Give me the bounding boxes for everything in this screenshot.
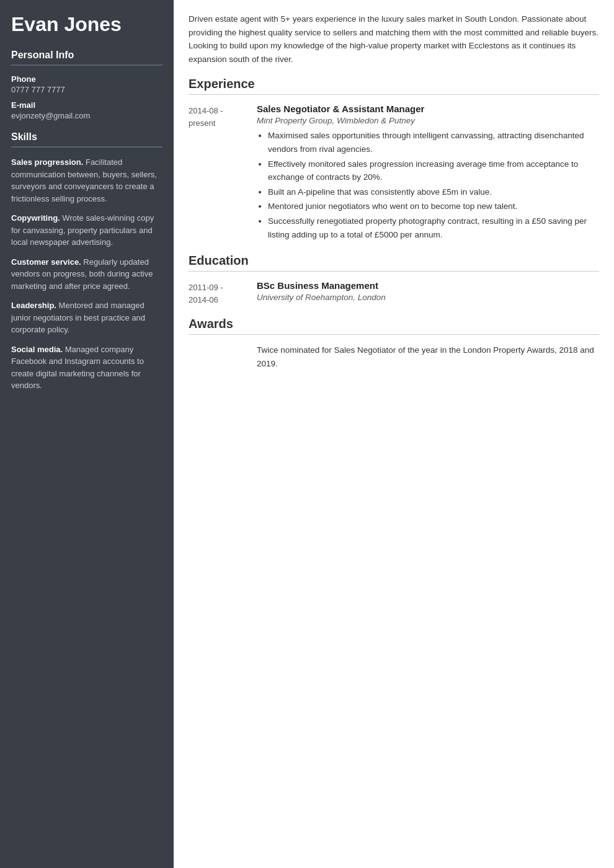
education-title: Education [189,254,599,272]
skills-section: Skills Sales progression. Facilitated co… [11,131,162,392]
awards-section: Awards Twice nominated for Sales Negotia… [189,317,599,370]
skill-bold-sales: Sales progression. [11,157,83,167]
skill-bold-leadership: Leadership. [11,301,56,310]
education-content-1: BSc Business Management University of Ro… [257,280,599,306]
candidate-name: Evan Jones [11,12,162,36]
main-content: Driven estate agent with 5+ years experi… [174,0,614,868]
sidebar: Evan Jones Personal Info Phone 0777 777 … [0,0,174,868]
phone-value: 0777 777 7777 [11,85,162,94]
awards-text: Twice nominated for Sales Negotiator of … [189,343,599,370]
phone-label: Phone [11,74,162,84]
email-label: E-mail [11,100,162,110]
skill-item-leadership: Leadership. Mentored and managed junior … [11,299,162,336]
experience-content-1: Sales Negotiator & Assistant Manager Min… [257,104,599,242]
bullet-2: Effectively monitored sales progression … [268,157,599,184]
skill-item-customer: Customer service. Regularly updated vend… [11,256,162,293]
education-entry-1: 2011-09 -2014-06 BSc Business Management… [189,280,599,306]
experience-date-text-1: 2014-08 -present [189,106,223,128]
personal-info-section: Personal Info Phone 0777 777 7777 E-mail… [11,50,162,120]
experience-bullets-1: Maximised sales opportunities through in… [257,129,599,241]
personal-info-title: Personal Info [11,50,162,66]
skill-item-sales: Sales progression. Facilitated communica… [11,156,162,205]
education-date-1: 2011-09 -2014-06 [189,280,257,306]
bullet-3: Built an A-pipeline that was consistentl… [268,185,599,199]
education-section: Education 2011-09 -2014-06 BSc Business … [189,254,599,306]
bullet-1: Maximised sales opportunities through in… [268,129,599,156]
skill-bold-copywriting: Copywriting. [11,213,60,223]
experience-date-1: 2014-08 -present [189,104,257,242]
summary-text: Driven estate agent with 5+ years experi… [189,12,599,66]
education-date-text-1: 2011-09 -2014-06 [189,283,223,304]
education-degree-1: BSc Business Management [257,280,599,291]
skill-item-social: Social media. Managed company Facebook a… [11,343,162,392]
skill-bold-social: Social media. [11,345,63,354]
skill-item-copywriting: Copywriting. Wrote sales-winning copy fo… [11,212,162,249]
awards-title: Awards [189,317,599,335]
experience-title: Experience [189,77,599,95]
skills-title: Skills [11,131,162,148]
experience-entry-1: 2014-08 -present Sales Negotiator & Assi… [189,104,599,242]
bullet-5: Successfully renegotiated property photo… [268,215,599,241]
email-value: evjonzety@gmail.com [11,111,162,120]
skill-bold-customer: Customer service. [11,257,81,267]
bullet-4: Mentored junior negotiators who went on … [268,200,599,213]
experience-section: Experience 2014-08 -present Sales Negoti… [189,77,599,242]
experience-company-1: Mint Property Group, Wimbledon & Putney [257,116,599,125]
education-school-1: University of Roehampton, London [257,293,599,302]
experience-job-title-1: Sales Negotiator & Assistant Manager [257,104,599,114]
